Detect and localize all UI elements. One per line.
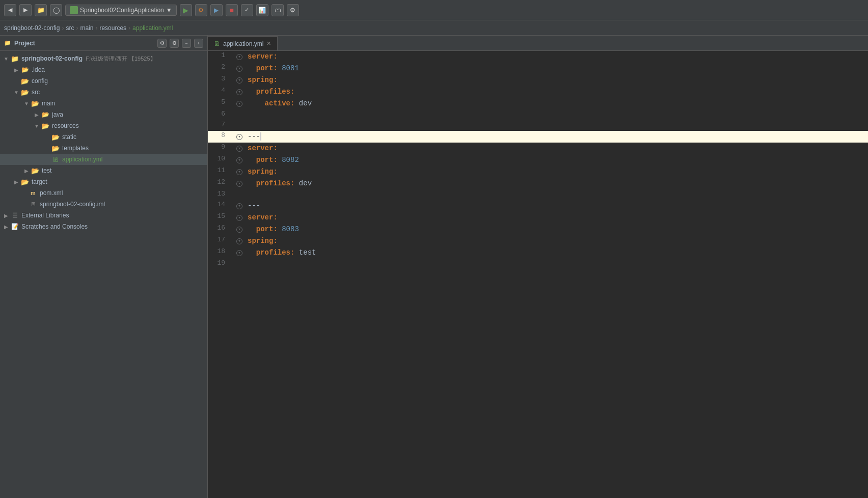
line-gutter: ▾ bbox=[233, 63, 246, 74]
table-row: 18▾ profiles: test bbox=[208, 247, 868, 259]
code-span: test bbox=[299, 248, 316, 257]
gutter-icon[interactable]: ▾ bbox=[236, 66, 242, 72]
yaml-file-icon: 🖹 bbox=[51, 155, 60, 163]
nav-forward-button[interactable]: ▶ bbox=[19, 4, 32, 16]
tree-arrow-java[interactable]: ▶ bbox=[33, 112, 41, 118]
gutter-icon[interactable]: ▾ bbox=[236, 101, 242, 107]
profile-button[interactable]: 📊 bbox=[256, 4, 268, 16]
line-code[interactable]: spring: bbox=[246, 235, 868, 247]
run-config-dropdown[interactable]: Springboot02ConfigApplication ▼ bbox=[65, 5, 177, 16]
line-code[interactable] bbox=[246, 120, 868, 131]
coverage-button[interactable]: ✓ bbox=[241, 4, 253, 16]
tree-item-extlibs[interactable]: ▶ ☰ External Libraries bbox=[0, 210, 207, 221]
settings-button[interactable]: ⚙ bbox=[287, 4, 299, 16]
editor-content[interactable]: 1▾server:2▾ port: 80813▾spring:4▾ profil… bbox=[208, 51, 868, 498]
tree-arrow-extlibs[interactable]: ▶ bbox=[2, 213, 10, 218]
tree-item-application-yml[interactable]: 🖹 application.yml bbox=[0, 154, 207, 165]
line-gutter: ▾ bbox=[233, 247, 246, 259]
gutter-icon[interactable]: ▾ bbox=[236, 227, 242, 233]
folder-icon-config: 📂 bbox=[20, 77, 30, 85]
tree-arrow-idea[interactable]: ▶ bbox=[12, 67, 20, 73]
breadcrumb-src[interactable]: src bbox=[66, 24, 74, 32]
line-number: 13 bbox=[208, 189, 233, 200]
gutter-icon[interactable]: ▾ bbox=[236, 134, 242, 140]
sidebar-collapse-button[interactable]: − bbox=[182, 39, 191, 48]
sidebar-sync-button[interactable]: ⚙ bbox=[157, 39, 167, 48]
line-code[interactable]: port: 8083 bbox=[246, 224, 868, 235]
gutter-icon[interactable]: ▾ bbox=[236, 181, 242, 187]
folder-icon-resources: 📂 bbox=[41, 122, 50, 130]
gutter-icon[interactable]: ▾ bbox=[236, 146, 242, 152]
line-gutter: ▾ bbox=[233, 143, 246, 154]
gutter-icon[interactable]: ▾ bbox=[236, 169, 242, 175]
gutter-icon[interactable]: ▾ bbox=[236, 54, 242, 60]
tree-item-scratches[interactable]: ▶ 📝 Scratches and Consoles bbox=[0, 221, 207, 232]
line-gutter: ▾ bbox=[233, 74, 246, 86]
line-code[interactable]: port: 8082 bbox=[246, 154, 868, 166]
stop-button[interactable]: ■ bbox=[226, 4, 238, 16]
gutter-icon[interactable]: ▾ bbox=[236, 203, 242, 209]
breadcrumb-resources[interactable]: resources bbox=[99, 24, 126, 32]
tab-close-button[interactable]: ✕ bbox=[266, 40, 271, 47]
tree-item-java[interactable]: ▶ 📂 java bbox=[0, 109, 207, 120]
line-code[interactable]: profiles: dev bbox=[246, 178, 868, 189]
line-code[interactable] bbox=[246, 189, 868, 200]
line-code[interactable]: spring: bbox=[246, 74, 868, 86]
scratches-icon: 📝 bbox=[10, 223, 19, 231]
tree-item-src[interactable]: ▼ 📂 src bbox=[0, 87, 207, 98]
line-code[interactable] bbox=[246, 259, 868, 269]
tree-arrow-test[interactable]: ▶ bbox=[22, 168, 31, 174]
tree-arrow-src[interactable]: ▼ bbox=[12, 90, 20, 95]
sidebar-settings-button[interactable]: ⚙ bbox=[170, 39, 179, 48]
nav-back-button[interactable]: ◀ bbox=[4, 4, 16, 16]
line-code[interactable]: server: bbox=[246, 212, 868, 224]
gutter-icon[interactable]: ▾ bbox=[236, 238, 242, 244]
line-code[interactable]: port: 8081 bbox=[246, 63, 868, 74]
tree-item-iml[interactable]: 🖹 springboot-02-config.iml bbox=[0, 199, 207, 210]
file-manager-button[interactable]: 📁 bbox=[35, 4, 47, 16]
line-code[interactable]: profiles: bbox=[246, 86, 868, 98]
table-row: 5▾ active: dev bbox=[208, 98, 868, 109]
tree-item-idea[interactable]: ▶ 📂 .idea bbox=[0, 64, 207, 75]
tree-arrow-scratches[interactable]: ▶ bbox=[2, 224, 10, 230]
iml-file-icon: 🖹 bbox=[29, 200, 38, 208]
debug-button[interactable]: ⚙ bbox=[195, 4, 207, 16]
line-code[interactable]: active: dev bbox=[246, 98, 868, 109]
tree-arrow-main[interactable]: ▼ bbox=[22, 101, 31, 106]
gutter-icon[interactable]: ▾ bbox=[236, 215, 242, 221]
tree-arrow-root[interactable]: ▼ bbox=[2, 56, 10, 62]
tree-arrow-target[interactable]: ▶ bbox=[12, 179, 20, 185]
editor-tab-yml[interactable]: 🖹 application.yml ✕ bbox=[208, 36, 278, 50]
line-code[interactable]: --- bbox=[246, 131, 868, 143]
gutter-icon[interactable]: ▾ bbox=[236, 89, 242, 95]
line-code[interactable] bbox=[246, 109, 868, 120]
tree-item-root[interactable]: ▼ 📁 springboot-02-config F:\班级管理\西开 【195… bbox=[0, 53, 207, 64]
tree-item-test[interactable]: ▶ 📂 test bbox=[0, 165, 207, 176]
tree-item-templates[interactable]: 📂 templates bbox=[0, 143, 207, 154]
sidebar-expand-button[interactable]: + bbox=[194, 39, 203, 48]
run-alt-button[interactable]: ▶ bbox=[210, 4, 223, 16]
tree-arrow-resources[interactable]: ▼ bbox=[33, 123, 41, 129]
breadcrumb-main[interactable]: main bbox=[80, 24, 93, 32]
tree-item-resources[interactable]: ▼ 📂 resources bbox=[0, 120, 207, 131]
build-button[interactable]: ◯ bbox=[50, 4, 62, 16]
gutter-icon[interactable]: ▾ bbox=[236, 250, 242, 256]
tree-item-static[interactable]: 📂 static bbox=[0, 131, 207, 143]
line-code[interactable]: server: bbox=[246, 51, 868, 63]
line-gutter: ▾ bbox=[233, 154, 246, 166]
table-row: 4▾ profiles: bbox=[208, 86, 868, 98]
breadcrumb-file[interactable]: application.yml bbox=[132, 24, 173, 32]
gutter-icon[interactable]: ▾ bbox=[236, 77, 242, 84]
tree-item-target[interactable]: ▶ 📂 target bbox=[0, 176, 207, 187]
gutter-icon[interactable]: ▾ bbox=[236, 157, 242, 163]
line-code[interactable]: profiles: test bbox=[246, 247, 868, 259]
tree-item-pom[interactable]: m pom.xml bbox=[0, 187, 207, 199]
tree-item-main[interactable]: ▼ 📂 main bbox=[0, 98, 207, 109]
line-code[interactable]: --- bbox=[246, 200, 868, 212]
run-button[interactable]: ▶ bbox=[180, 4, 192, 16]
breadcrumb-project[interactable]: springboot-02-config bbox=[4, 24, 60, 32]
line-code[interactable]: server: bbox=[246, 143, 868, 154]
db-button[interactable]: 🗃 bbox=[272, 4, 284, 16]
line-code[interactable]: spring: bbox=[246, 166, 868, 178]
tree-item-config[interactable]: 📂 config bbox=[0, 75, 207, 87]
